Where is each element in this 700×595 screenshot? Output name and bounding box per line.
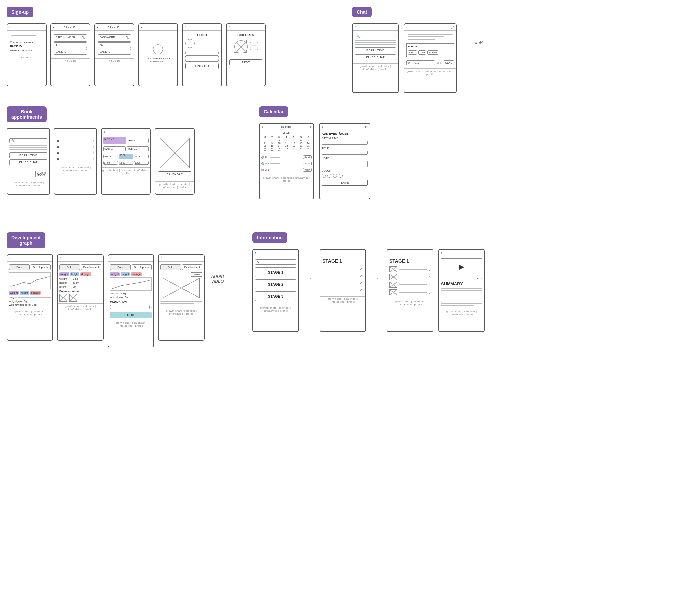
info-item-1[interactable]: ✓ xyxy=(322,266,364,272)
cal-day[interactable]: 1 xyxy=(262,139,268,142)
data-tab-2[interactable]: Data xyxy=(59,264,80,270)
child-field-3[interactable] xyxy=(185,59,219,62)
cal-event-1[interactable]: Zille ##:## xyxy=(262,154,312,160)
birthnumber-field[interactable]: BIRTHNUMBERⓘ xyxy=(54,34,87,41)
info-img-item-3[interactable]: › xyxy=(389,282,431,287)
cal-day[interactable]: 7 xyxy=(305,139,312,142)
book-item-1[interactable]: ⊗ › xyxy=(56,139,95,143)
info-img-item-1[interactable]: › xyxy=(389,266,431,272)
cal-day[interactable]: 17 xyxy=(276,145,283,147)
date-time-field[interactable] xyxy=(322,141,368,145)
dosage-tag[interactable]: dosage xyxy=(30,291,41,294)
cal-event-3[interactable]: Zille ##:## xyxy=(262,167,312,173)
weight-tag-2[interactable]: weight xyxy=(59,272,69,276)
send-button[interactable]: SEND xyxy=(443,60,454,65)
period-selector[interactable]: 1 week xyxy=(191,272,202,277)
child-field-2[interactable] xyxy=(185,55,219,58)
dosage-tag-3[interactable]: dosage xyxy=(131,272,141,276)
cal-day[interactable]: 12 xyxy=(290,142,297,144)
tor-date[interactable]: TOR 9... xyxy=(127,146,149,151)
save-event-btn[interactable]: SAVE xyxy=(322,180,368,186)
info-item-4[interactable]: ✓ xyxy=(322,287,364,292)
cal-day[interactable]: 6 xyxy=(298,139,305,142)
cal-day[interactable]: 11 xyxy=(283,142,290,144)
cal-day[interactable]: 5 xyxy=(290,139,297,142)
cal-day[interactable]: 19 xyxy=(290,145,297,147)
info-item-2[interactable]: ✓ xyxy=(322,273,364,279)
data-tab-3[interactable]: Data xyxy=(110,264,131,270)
med-option[interactable]: MED xyxy=(418,51,426,55)
note-field[interactable] xyxy=(322,161,368,167)
pin-field[interactable]: 00→ xyxy=(98,42,131,48)
cal-day[interactable]: 4 xyxy=(283,139,290,142)
height-tag-3[interactable]: height xyxy=(120,272,130,276)
info-search[interactable]: Q xyxy=(255,259,296,265)
cal-day[interactable]: 3 xyxy=(276,139,283,142)
color-opt-3[interactable] xyxy=(333,174,337,178)
cal-day[interactable]: 27 xyxy=(298,147,305,150)
cal-prev[interactable]: ‹ xyxy=(262,132,263,135)
book-search[interactable]: 🔍 xyxy=(9,138,47,143)
nurse-option[interactable]: NURSE xyxy=(427,51,438,55)
color-opt-1[interactable] xyxy=(322,174,326,178)
cal-event-2[interactable]: Zille ##:## xyxy=(262,161,312,166)
info-img-item-2[interactable]: › xyxy=(389,274,431,280)
video-area[interactable]: ▶ xyxy=(441,258,482,275)
next-button[interactable]: NEXT xyxy=(229,59,263,65)
chat-option[interactable]: CHAT xyxy=(408,51,417,55)
bank-id-field-2[interactable]: BANK ID xyxy=(98,49,131,55)
thu-date[interactable]: THU 9... xyxy=(127,138,149,143)
time-5[interactable]: 15:00 xyxy=(118,161,133,165)
time-6[interactable]: 18:00 xyxy=(134,161,149,165)
book-chat-btn[interactable]: ELLER CHAT xyxy=(9,159,47,165)
stage3-btn[interactable]: STAGE 3 xyxy=(255,291,296,301)
weight-tag-3[interactable]: weight xyxy=(110,272,119,276)
calendar-btn[interactable]: CALENDAR xyxy=(158,171,191,177)
color-opt-2[interactable] xyxy=(327,174,331,178)
chat-search[interactable]: 🔍 xyxy=(355,33,396,38)
cal-day[interactable]: 25 xyxy=(283,147,290,150)
finished-button[interactable]: FINISHED xyxy=(185,63,219,69)
time-4[interactable]: 14:00 xyxy=(103,161,118,165)
may-date[interactable]: MAY 8 4 xyxy=(103,137,126,144)
cal-day[interactable]: 8 xyxy=(262,142,268,144)
eller-chat-btn[interactable]: ELLER CHAT xyxy=(355,54,396,60)
cal-day[interactable]: 15 xyxy=(262,145,268,147)
cal-day[interactable]: 30 xyxy=(269,150,276,152)
title-field[interactable] xyxy=(322,151,368,155)
cal-day[interactable]: 22 xyxy=(262,147,268,150)
height-tag[interactable]: height xyxy=(20,291,29,294)
cal-day[interactable]: 20 xyxy=(298,145,305,147)
cal-day[interactable]: 29 xyxy=(262,150,268,152)
dev-tab-3[interactable]: Development xyxy=(132,264,152,270)
height-tag-2[interactable]: height xyxy=(70,272,79,276)
cal-day[interactable]: 9 xyxy=(269,142,276,144)
book-refill-btn[interactable]: REFILL TIME xyxy=(9,152,47,159)
cal-day[interactable]: 18 xyxy=(283,145,290,147)
cal-day[interactable]: 21 xyxy=(305,145,312,147)
child-field-1[interactable] xyxy=(185,52,219,54)
stage2-btn[interactable]: STAGE 2 xyxy=(255,279,296,289)
book-item-4[interactable]: ⊗ › xyxy=(56,157,95,161)
cal-day[interactable]: 2 xyxy=(269,139,276,142)
data-tab-4[interactable]: Data xyxy=(160,264,181,270)
info-item-3[interactable]: ✓ xyxy=(322,280,364,286)
cal-day[interactable]: 23 xyxy=(269,147,276,150)
cal-day[interactable]: 10 xyxy=(276,142,283,144)
stage1-btn[interactable]: STAGE 1 xyxy=(255,267,296,277)
color-opt-4[interactable] xyxy=(339,174,343,178)
edit-btn[interactable]: EDIT xyxy=(110,312,152,318)
chat-more-btn[interactable]: CHAT MMORE? xyxy=(35,171,47,177)
number-field[interactable]: 1→ xyxy=(54,42,87,48)
book-item-2[interactable]: ⊗ › xyxy=(56,145,95,149)
dosage-tag-2[interactable]: dosage xyxy=(80,272,91,276)
book-item-3[interactable]: ⊗ › xyxy=(56,151,95,155)
medication-field[interactable] xyxy=(110,305,150,309)
time-2[interactable]: 13:00 xyxy=(118,154,133,159)
time-1[interactable]: 10 CG xyxy=(103,155,118,159)
password-field[interactable]: PASSWORDⓘ xyxy=(98,34,131,41)
time-3[interactable]: 13:68 xyxy=(134,155,149,159)
cal-day[interactable]: 24 xyxy=(276,147,283,150)
cal-day[interactable]: 13 xyxy=(298,142,305,144)
add-child-button[interactable]: + xyxy=(250,42,258,50)
